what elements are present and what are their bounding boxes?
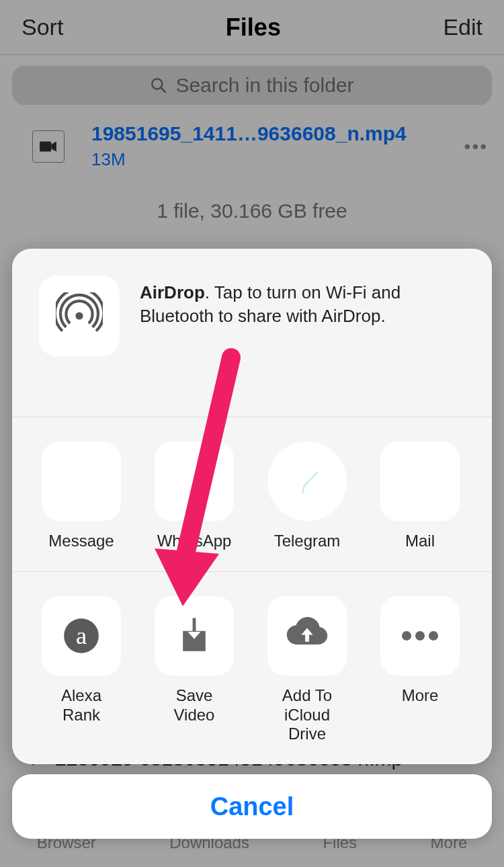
svg-text:a: a xyxy=(76,622,87,649)
alexa-rank-icon: a xyxy=(42,596,121,675)
action-save-video-label: Save Video xyxy=(153,686,235,725)
messages-icon xyxy=(42,442,121,521)
svg-point-3 xyxy=(75,312,83,319)
action-more[interactable]: More xyxy=(379,596,461,706)
mail-icon xyxy=(380,442,460,521)
svg-point-10 xyxy=(402,631,411,641)
share-mail[interactable]: Mail xyxy=(379,442,461,551)
share-mail-label: Mail xyxy=(405,532,435,551)
action-add-icloud[interactable]: Add To iCloud Drive xyxy=(266,596,348,744)
action-save-video[interactable]: Save Video xyxy=(153,596,235,725)
svg-point-12 xyxy=(429,631,438,641)
svg-point-11 xyxy=(415,631,425,641)
airdrop-row[interactable]: AirDrop. Tap to turn on Wi-Fi and Blueto… xyxy=(12,249,492,417)
icloud-upload-icon xyxy=(267,596,347,675)
more-icon xyxy=(380,596,460,675)
svg-rect-5 xyxy=(402,469,439,493)
airdrop-text: AirDrop. Tap to turn on Wi-Fi and Blueto… xyxy=(140,276,466,328)
share-sheet: AirDrop. Tap to turn on Wi-Fi and Blueto… xyxy=(12,249,492,764)
action-alexa-rank-label: Alexa Rank xyxy=(40,686,122,725)
share-whatsapp-label: WhatsApp xyxy=(157,532,232,551)
cancel-button[interactable]: Cancel xyxy=(12,774,492,839)
save-video-icon xyxy=(155,596,234,675)
telegram-icon xyxy=(267,442,347,521)
whatsapp-icon xyxy=(155,442,234,521)
share-telegram[interactable]: Telegram xyxy=(266,442,348,551)
action-alexa-rank[interactable]: a Alexa Rank xyxy=(40,596,122,725)
share-whatsapp[interactable]: WhatsApp xyxy=(153,442,235,551)
svg-point-4 xyxy=(178,465,211,498)
share-message-label: Message xyxy=(48,532,114,551)
action-add-icloud-label: Add To iCloud Drive xyxy=(266,686,348,744)
share-telegram-label: Telegram xyxy=(274,532,341,551)
airdrop-icon xyxy=(39,276,120,356)
action-more-label: More xyxy=(402,686,439,706)
actions-row: a Alexa Rank Save Video Add To iCloud Dr… xyxy=(12,572,492,764)
share-apps-row: Message WhatsApp Telegram Mail Ad xyxy=(12,417,492,572)
share-message[interactable]: Message xyxy=(40,442,122,551)
